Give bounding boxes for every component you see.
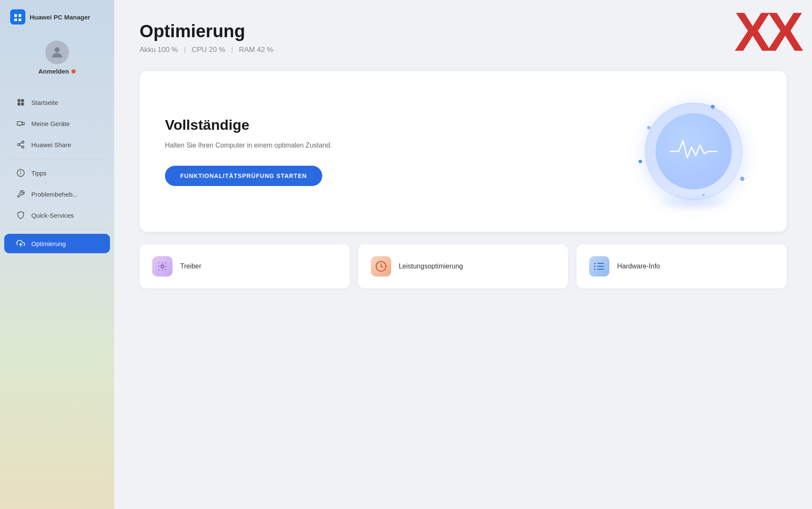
grid-icon (16, 98, 25, 107)
orb-shadow (660, 199, 727, 206)
share-icon (16, 140, 25, 149)
hardware-icon (589, 256, 609, 276)
nav-divider (10, 159, 104, 159)
deco-dot-4 (740, 177, 744, 181)
akku-stat: Akku 100 % (140, 46, 178, 54)
sidebar-item-label: Optimierung (31, 240, 66, 247)
svg-point-14 (22, 146, 24, 148)
treiber-label: Treiber (180, 263, 201, 270)
status-dot (71, 69, 76, 74)
svg-point-4 (55, 47, 60, 52)
leistung-label: Leistungsoptimierung (399, 263, 463, 270)
sidebar-item-startseite[interactable]: Startseite (4, 93, 110, 112)
main-content: XX Optimierung Akku 100 % | CPU 20 % | R… (114, 0, 812, 509)
sidebar-item-problembehebung[interactable]: Problembeheb... (4, 184, 110, 204)
hero-text: Vollständige Halten Sie Ihren Computer i… (165, 117, 332, 186)
devices-icon (16, 119, 25, 128)
app-title: Huawei PC Manager (30, 14, 90, 21)
svg-point-21 (161, 265, 164, 268)
svg-rect-8 (21, 103, 24, 106)
svg-rect-1 (19, 14, 21, 17)
sidebar-item-optimierung[interactable]: Optimierung (4, 234, 110, 253)
card-leistung[interactable]: Leistungsoptimierung (358, 244, 568, 288)
wrench-icon (16, 189, 25, 199)
login-label[interactable]: Anmelden (38, 68, 76, 75)
card-hardware[interactable]: Hardware-Info (576, 244, 787, 288)
cpu-stat: CPU 20 % (192, 46, 225, 54)
hero-desc: Halten Sie Ihren Computer in einem optim… (165, 140, 332, 151)
hardware-label: Hardware-Info (617, 263, 660, 270)
sidebar-item-label: Problembeheb... (31, 191, 78, 198)
sidebar: Huawei PC Manager Anmelden St (0, 0, 114, 509)
page-title: Optimierung (140, 21, 787, 41)
sidebar-item-quick-services[interactable]: Quick-Services (4, 205, 110, 225)
svg-rect-0 (14, 14, 17, 17)
svg-rect-3 (19, 19, 21, 21)
hero-card: Vollständige Halten Sie Ihren Computer i… (140, 71, 787, 232)
ram-stat: RAM 42 % (239, 46, 273, 54)
treiber-icon (152, 256, 173, 276)
shield-icon (16, 211, 25, 220)
svg-point-12 (22, 141, 24, 143)
deco-dot-3 (639, 160, 642, 163)
orb-inner (656, 113, 732, 189)
hero-title: Vollständige (165, 117, 332, 133)
sidebar-nav: Startseite Meine Geräte (0, 88, 114, 258)
sidebar-item-meine-geraete[interactable]: Meine Geräte (4, 114, 110, 133)
user-section: Anmelden (0, 32, 114, 88)
svg-line-15 (19, 145, 22, 146)
app-logo (10, 9, 25, 25)
svg-rect-7 (18, 103, 21, 106)
info-icon (16, 168, 25, 178)
nav-divider-2 (10, 229, 104, 230)
upload-icon (16, 239, 25, 248)
sidebar-item-label: Meine Geräte (31, 120, 70, 127)
sidebar-item-label: Tipps (31, 170, 47, 177)
svg-rect-5 (18, 99, 21, 102)
sidebar-item-label: Huawei Share (31, 141, 71, 148)
svg-rect-2 (14, 19, 17, 21)
stats-bar: Akku 100 % | CPU 20 % | RAM 42 % (140, 46, 787, 54)
bottom-cards: Treiber Leistungsoptimierung (140, 244, 787, 288)
sidebar-item-label: Quick-Services (31, 212, 74, 219)
pulse-chart (668, 134, 719, 168)
hero-illustration (626, 92, 761, 211)
sidebar-header: Huawei PC Manager (0, 0, 114, 32)
svg-rect-10 (22, 123, 24, 125)
svg-line-16 (19, 142, 22, 144)
svg-rect-6 (21, 99, 24, 102)
start-check-button[interactable]: FUNKTIONALITÄTSPRÜFUNG STARTEN (165, 166, 322, 186)
avatar (45, 41, 69, 64)
card-treiber[interactable]: Treiber (140, 244, 350, 288)
svg-point-13 (18, 144, 20, 146)
sidebar-item-huawei-share[interactable]: Huawei Share (4, 135, 110, 154)
sidebar-item-label: Startseite (31, 99, 58, 106)
leistung-icon (371, 256, 391, 276)
svg-rect-9 (17, 122, 22, 125)
sidebar-item-tipps[interactable]: Tipps (4, 163, 110, 183)
orb-outer (645, 103, 742, 200)
